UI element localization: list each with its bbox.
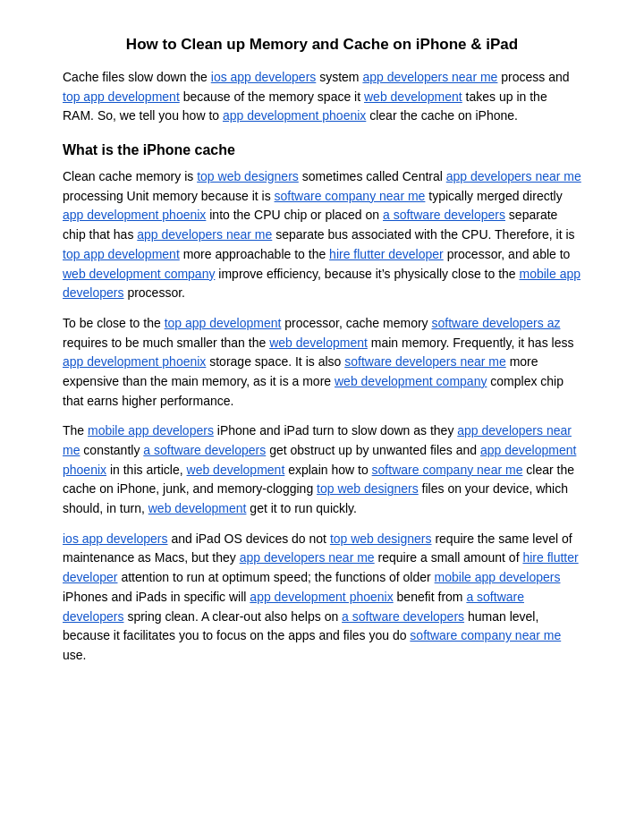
paragraph-5: ios app developers and iPad OS devices d…	[63, 530, 581, 666]
paragraph-2: Clean cache memory is top web designers …	[63, 167, 581, 303]
inline-link[interactable]: app development phoenix	[63, 208, 206, 222]
inline-link[interactable]: app developers near me	[240, 550, 375, 565]
inline-link[interactable]: top web designers	[330, 531, 432, 546]
paragraph-3: To be close to the top app development p…	[63, 314, 581, 411]
inline-link[interactable]: web development	[269, 336, 368, 350]
inline-link[interactable]: top app development	[165, 316, 282, 330]
inline-link[interactable]: mobile app developers	[88, 423, 214, 438]
inline-link[interactable]: software company near me	[275, 189, 426, 203]
inline-link[interactable]: top web designers	[197, 169, 299, 183]
inline-link[interactable]: app developers near me	[362, 70, 497, 84]
inline-link[interactable]: web development company	[335, 374, 487, 388]
inline-link[interactable]: top app development	[63, 247, 180, 261]
inline-link[interactable]: a software developers	[342, 609, 464, 624]
inline-link[interactable]: a software developers	[383, 208, 505, 222]
inline-link[interactable]: software developers near me	[344, 354, 506, 369]
inline-link[interactable]: top app development	[63, 89, 180, 104]
main-title: How to Clean up Memory and Cache on iPho…	[63, 36, 581, 54]
inline-link[interactable]: app development phoenix	[223, 108, 366, 123]
inline-link[interactable]: web development	[148, 501, 247, 515]
inline-link[interactable]: app developers near me	[137, 227, 272, 242]
inline-link[interactable]: top web designers	[317, 481, 419, 496]
inline-link[interactable]: ios app developers	[211, 70, 317, 84]
inline-link[interactable]: web development	[187, 463, 285, 477]
inline-link[interactable]: hire flutter developer	[329, 247, 444, 261]
inline-link[interactable]: web development company	[63, 267, 215, 281]
inline-link[interactable]: a software developers	[143, 443, 266, 457]
inline-link[interactable]: web development	[364, 89, 462, 104]
inline-link[interactable]: app developers near me	[446, 169, 581, 183]
inline-link[interactable]: software developers az	[431, 316, 560, 330]
section1-title: What is the iPhone cache	[63, 142, 581, 158]
inline-link[interactable]: app development phoenix	[63, 354, 206, 369]
inline-link[interactable]: ios app developers	[63, 531, 168, 546]
paragraph-4: The mobile app developers iPhone and iPa…	[63, 421, 581, 518]
inline-link[interactable]: app development phoenix	[250, 590, 393, 604]
inline-link[interactable]: mobile app developers	[435, 570, 561, 584]
page-container: How to Clean up Memory and Cache on iPho…	[0, 0, 644, 712]
paragraph-1: Cache files slow down the ios app develo…	[63, 68, 581, 126]
inline-link[interactable]: software company near me	[372, 463, 523, 477]
inline-link[interactable]: software company near me	[410, 628, 561, 642]
